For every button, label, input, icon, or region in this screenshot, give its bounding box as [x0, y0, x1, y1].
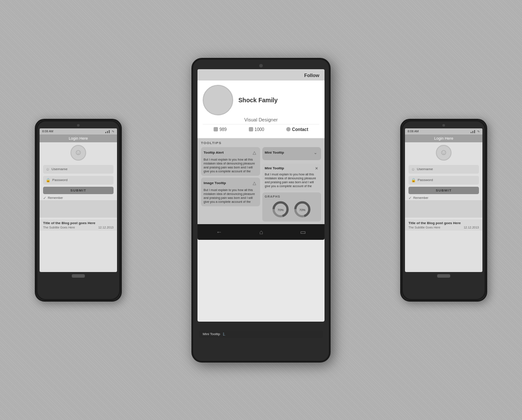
bottom-tooltip-bar: Mini Tooltip 𝕃 [199, 330, 323, 338]
tooltip-alert-card: Tooltip Alert △ But I must explain to yo… [201, 147, 260, 176]
left-signal: ∿ [105, 130, 114, 133]
image-alert-icon: △ [251, 180, 258, 186]
profile-info: Shock Family [238, 97, 278, 104]
left-status-bar: 8:08 AM ∿ [40, 128, 117, 134]
svg-text:70%: 70% [299, 208, 305, 212]
profile-section: Shock Family Visual Designer 989 1000 [197, 81, 325, 138]
left-avatar: ☺ [70, 145, 86, 161]
center-screen: Follow Shock Family Visual Designer 989 [197, 69, 325, 322]
left-home-button[interactable] [72, 274, 85, 278]
left-password-field[interactable]: 🔒 Password [43, 176, 114, 185]
left-remember-row: ✓ Remember [40, 196, 117, 200]
right-blog-title: Title of the Blog post goes Here [408, 221, 479, 225]
profile-title: Visual Designer [203, 117, 319, 124]
mini-tooltip-expanded: Mini Tooltip ✕ But I must explain to you… [262, 164, 321, 191]
person-icon: ☺ [74, 148, 82, 157]
left-time: 8:08 AM [42, 130, 54, 133]
back-nav-icon[interactable]: ← [216, 228, 222, 235]
tooltips-grid: Tooltip Alert △ But I must explain to yo… [201, 147, 321, 222]
follow-button[interactable]: Follow [304, 73, 319, 78]
mini-tooltip-expanded-header: Mini Tooltip ✕ [265, 166, 319, 171]
stat-facebook: 1000 [249, 127, 264, 132]
right-signal-bar-1 [471, 132, 472, 133]
bottom-tooltip-text: Mini Tooltip [203, 332, 220, 336]
graphs-card: GRAPHS 70% [262, 192, 321, 222]
twitter-count: 989 [219, 127, 227, 132]
profile-name: Shock Family [238, 97, 278, 104]
left-submit-button[interactable]: SUBMIT [43, 187, 114, 194]
tooltips-right-col: Mini Tooltip ⌄ Mini Tooltip ✕ But I must… [262, 147, 321, 222]
user-icon: ☺ [46, 167, 50, 171]
left-screen: 8:08 AM ∿ Login Here ☺ [40, 128, 117, 272]
signal-bar-2 [107, 131, 108, 133]
right-time: 8:08 AM [408, 130, 419, 133]
right-username-field[interactable]: ☺ Username [408, 165, 479, 174]
bottom-twitter-icon: 𝕃 [223, 332, 225, 336]
right-signal: ∿ [471, 130, 480, 133]
contact-icon [286, 127, 291, 131]
image-tooltip-header: Image Tooltip △ [204, 180, 258, 186]
donut-chart-2: 70% [293, 200, 312, 219]
center-camera [259, 64, 263, 67]
left-blog-subtitle: The Subtitle Goes Here [43, 226, 75, 229]
right-login-header: Login Here [405, 134, 482, 142]
left-username-field[interactable]: ☺ Username [43, 165, 114, 174]
stats-row: 989 1000 Contact [203, 124, 319, 134]
right-camera [442, 124, 445, 127]
mini-tooltip-collapsed-title: Mini Tooltip [265, 151, 284, 155]
alert-triangle-icon: △ [251, 150, 258, 156]
left-blog-date: 12.12.2013 [98, 226, 114, 229]
profile-avatar [203, 85, 233, 115]
twitter-icon [214, 127, 218, 131]
svg-text:70%: 70% [278, 208, 284, 212]
donut-chart-1: 70% [271, 200, 290, 219]
left-form: ☺ Username 🔒 Password SUBMIT [40, 163, 117, 196]
right-remember-row: ✓ Remember [405, 196, 482, 200]
close-icon[interactable]: ✕ [315, 166, 318, 171]
tooltips-section: TOOLTIPS Tooltip Alert △ But I must expl… [197, 138, 325, 224]
tooltip-alert-header: Tooltip Alert △ [204, 150, 258, 156]
tooltips-label: TOOLTIPS [201, 141, 321, 145]
home-nav-icon[interactable]: ⌂ [259, 228, 263, 235]
graphs-label: GRAPHS [265, 195, 319, 198]
right-password-field[interactable]: 🔒 Password [408, 176, 479, 185]
mini-tooltip-expanded-text: But I must explain to you how all this m… [265, 172, 319, 188]
left-login-header: Login Here [40, 134, 117, 142]
image-tooltip-text: But I must explain to you how all this m… [204, 188, 258, 204]
facebook-count: 1000 [254, 127, 264, 132]
check-icon: ✓ [43, 196, 47, 200]
right-person-icon: ☺ [440, 148, 448, 157]
contact-button[interactable]: Contact [292, 127, 308, 132]
right-blog-section: Title of the Blog post goes Here The Sub… [405, 219, 482, 231]
right-phone: 8:08 AM ∿ Login Here ☺ [400, 119, 487, 302]
left-blog-section: Title of the Blog post goes Here The Sub… [40, 219, 117, 231]
signal-bar-1 [105, 132, 106, 133]
graphs-row: 70% 70% [265, 200, 319, 219]
chevron-down-icon[interactable]: ⌄ [312, 150, 318, 156]
signal-bar-3 [109, 130, 110, 133]
mini-tooltip-collapsed: Mini Tooltip ⌄ [262, 147, 321, 160]
left-blog-title: Title of the Blog post goes Here [43, 221, 114, 225]
right-user-icon: ☺ [411, 167, 415, 171]
right-screen: 8:08 AM ∿ Login Here ☺ [405, 128, 482, 272]
right-signal-bar-3 [474, 130, 475, 133]
right-status-bar: 8:08 AM ∿ [405, 128, 482, 134]
right-blog-subtitle: The Subtitle Goes Here [408, 226, 440, 229]
right-blog-date: 12.12.2013 [464, 226, 479, 229]
tooltip-alert-title: Tooltip Alert [204, 151, 224, 155]
left-phone: 8:08 AM ∿ Login Here ☺ [35, 119, 122, 302]
tooltips-left-col: Tooltip Alert △ But I must explain to yo… [201, 147, 260, 222]
right-avatar: ☺ [436, 145, 452, 161]
right-home-button[interactable] [437, 274, 450, 278]
right-check-icon: ✓ [408, 196, 412, 200]
wifi-icon: ∿ [112, 130, 114, 133]
facebook-icon [249, 127, 253, 131]
right-signal-bar-2 [472, 131, 473, 133]
recents-nav-icon[interactable]: ▭ [300, 228, 306, 235]
image-tooltip-card: Image Tooltip △ But I must explain to yo… [201, 178, 260, 206]
stat-contact: Contact [286, 127, 308, 132]
right-lock-icon: 🔒 [411, 178, 416, 182]
left-blog-subtitle-row: The Subtitle Goes Here 12.12.2013 [43, 226, 114, 229]
tooltip-alert-text: But I must explain to you how all this m… [204, 158, 258, 173]
right-submit-button[interactable]: SUBMIT [408, 187, 479, 194]
